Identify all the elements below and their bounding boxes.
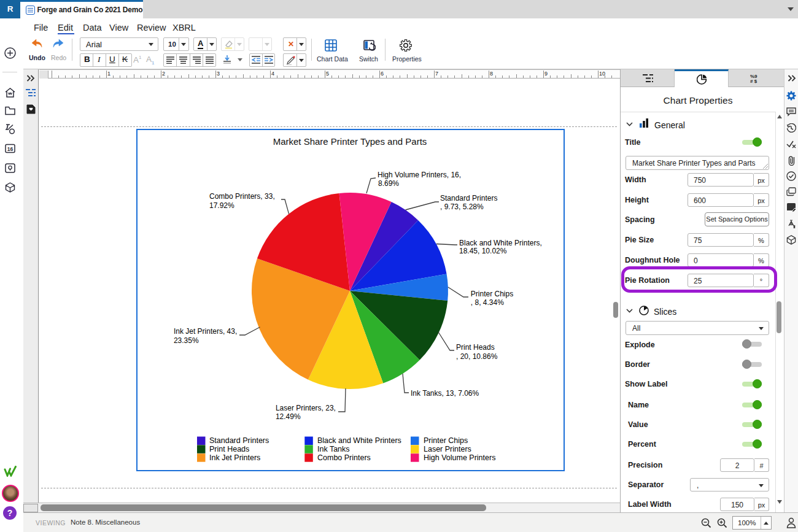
svg-text:Standard Printers: Standard Printers bbox=[209, 436, 269, 445]
svg-text:, 20, 10.86%: , 20, 10.86% bbox=[456, 352, 498, 361]
svg-text:Laser Printers: Laser Printers bbox=[424, 445, 471, 453]
svg-text:High Volume Printers, 16,: High Volume Printers, 16, bbox=[378, 171, 461, 179]
svg-text:, 9.73, 5.28%: , 9.73, 5.28% bbox=[440, 202, 484, 211]
svg-text:17.92%: 17.92% bbox=[209, 201, 234, 210]
svg-text:Ink Tanks, 13, 7.06%: Ink Tanks, 13, 7.06% bbox=[411, 389, 479, 398]
svg-text:Combo Printers, 33,: Combo Printers, 33, bbox=[209, 192, 275, 201]
svg-text:Printer Chips: Printer Chips bbox=[424, 436, 468, 445]
svg-text:# $: # $ bbox=[750, 79, 757, 83]
svg-text:Standard Printers: Standard Printers bbox=[440, 194, 497, 202]
svg-text:, 8, 4.34%: , 8, 4.34% bbox=[471, 298, 504, 307]
svg-text:Printer Chips: Printer Chips bbox=[471, 290, 513, 298]
svg-text:Black and White Printers,: Black and White Printers, bbox=[459, 239, 542, 247]
svg-text:23.35%: 23.35% bbox=[174, 336, 199, 345]
svg-text:18.45, 10.02%: 18.45, 10.02% bbox=[459, 247, 507, 255]
svg-text:Ink Tanks: Ink Tanks bbox=[317, 445, 350, 453]
svg-text:Market Share Printer Types and: Market Share Printer Types and Parts bbox=[273, 136, 427, 147]
svg-text:16: 16 bbox=[7, 146, 14, 152]
svg-text:Print Heads: Print Heads bbox=[456, 343, 495, 352]
svg-text:Combo Printers: Combo Printers bbox=[317, 453, 371, 462]
svg-text:Laser Printers, 23,: Laser Printers, 23, bbox=[276, 404, 336, 412]
svg-text:High Volume Printers: High Volume Printers bbox=[424, 453, 495, 462]
svg-text:8.69%: 8.69% bbox=[378, 179, 399, 188]
svg-text:Black and White Printers: Black and White Printers bbox=[317, 436, 401, 445]
svg-text:Print Heads: Print Heads bbox=[209, 445, 249, 453]
svg-text:Ink Jet Printers, 43,: Ink Jet Printers, 43, bbox=[174, 327, 237, 336]
svg-text:Ink Jet Printers: Ink Jet Printers bbox=[209, 453, 260, 462]
svg-text:12.49%: 12.49% bbox=[276, 412, 301, 421]
